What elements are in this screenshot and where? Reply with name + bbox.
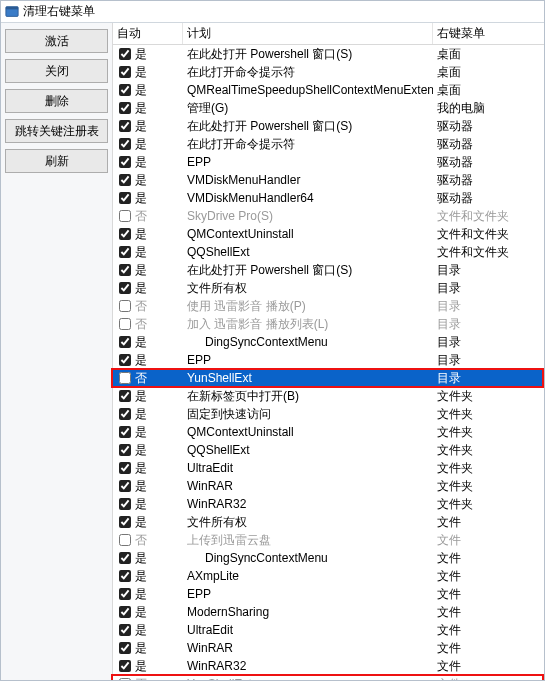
plan-label: SkyDrive Pro(S) xyxy=(187,209,273,223)
table-row[interactable]: 是UltraEdit文件夹 xyxy=(113,459,544,477)
table-row[interactable]: 是文件所有权目录 xyxy=(113,279,544,297)
table-row[interactable]: 否加入 迅雷影音 播放列表(L)目录 xyxy=(113,315,544,333)
plan-label: 在新标签页中打开(B) xyxy=(187,388,299,405)
col-header-plan[interactable]: 计划 xyxy=(183,23,433,44)
cell-auto: 是 xyxy=(113,387,183,405)
row-checkbox[interactable] xyxy=(119,660,131,672)
refresh-button[interactable]: 刷新 xyxy=(5,149,108,173)
row-checkbox[interactable] xyxy=(119,426,131,438)
cell-auto: 是 xyxy=(113,513,183,531)
row-checkbox[interactable] xyxy=(119,534,131,546)
menu-label: 文件 xyxy=(437,514,461,531)
menu-label: 桌面 xyxy=(437,46,461,63)
row-checkbox[interactable] xyxy=(119,462,131,474)
row-checkbox[interactable] xyxy=(119,552,131,564)
row-checkbox[interactable] xyxy=(119,372,131,384)
table-row[interactable]: 是EPP目录 xyxy=(113,351,544,369)
row-checkbox[interactable] xyxy=(119,390,131,402)
delete-button[interactable]: 删除 xyxy=(5,89,108,113)
row-checkbox[interactable] xyxy=(119,174,131,186)
row-checkbox[interactable] xyxy=(119,246,131,258)
cell-plan: DingSyncContextMenu xyxy=(183,333,433,351)
col-header-menu[interactable]: 右键菜单 xyxy=(433,23,544,44)
table-row[interactable]: 否使用 迅雷影音 播放(P)目录 xyxy=(113,297,544,315)
row-checkbox[interactable] xyxy=(119,336,131,348)
table-row[interactable]: 是EPP驱动器 xyxy=(113,153,544,171)
table-row[interactable]: 是VMDiskMenuHandler64驱动器 xyxy=(113,189,544,207)
cell-plan: UltraEdit xyxy=(183,459,433,477)
list-rows[interactable]: 是在此处打开 Powershell 窗口(S)桌面是在此打开命令提示符桌面是QM… xyxy=(113,45,544,680)
auto-label: 否 xyxy=(135,532,147,549)
cell-plan: QMContextUninstall xyxy=(183,225,433,243)
table-row[interactable]: 是在此处打开 Powershell 窗口(S)目录 xyxy=(113,261,544,279)
plan-label: QMContextUninstall xyxy=(187,227,294,241)
table-row[interactable]: 是EPP文件 xyxy=(113,585,544,603)
cell-auto: 是 xyxy=(113,225,183,243)
row-checkbox[interactable] xyxy=(119,606,131,618)
table-row[interactable]: 是DingSyncContextMenu目录 xyxy=(113,333,544,351)
table-row[interactable]: 是DingSyncContextMenu文件 xyxy=(113,549,544,567)
row-checkbox[interactable] xyxy=(119,318,131,330)
row-checkbox[interactable] xyxy=(119,210,131,222)
table-row[interactable]: 是QQShellExt文件和文件夹 xyxy=(113,243,544,261)
table-row[interactable]: 是AXmpLite文件 xyxy=(113,567,544,585)
table-row[interactable]: 是QMContextUninstall文件夹 xyxy=(113,423,544,441)
row-checkbox[interactable] xyxy=(119,48,131,60)
table-row[interactable]: 是管理(G)我的电脑 xyxy=(113,99,544,117)
app-window: 清理右键菜单 激活 关闭 删除 跳转关键注册表 刷新 自动 计划 右键菜单 是在… xyxy=(0,0,545,681)
row-checkbox[interactable] xyxy=(119,282,131,294)
table-row[interactable]: 是WinRAR32文件夹 xyxy=(113,495,544,513)
row-checkbox[interactable] xyxy=(119,84,131,96)
table-row[interactable]: 是固定到快速访问文件夹 xyxy=(113,405,544,423)
row-checkbox[interactable] xyxy=(119,66,131,78)
row-checkbox[interactable] xyxy=(119,192,131,204)
cell-plan: 固定到快速访问 xyxy=(183,405,433,423)
row-checkbox[interactable] xyxy=(119,228,131,240)
row-checkbox[interactable] xyxy=(119,102,131,114)
menu-label: 文件和文件夹 xyxy=(437,226,509,243)
table-row[interactable]: 否SkyDrive Pro(S)文件和文件夹 xyxy=(113,207,544,225)
table-row[interactable]: 是在此处打开 Powershell 窗口(S)桌面 xyxy=(113,45,544,63)
cell-plan: SkyDrive Pro(S) xyxy=(183,207,433,225)
table-row[interactable]: 是WinRAR32文件 xyxy=(113,657,544,675)
table-row[interactable]: 是文件所有权文件 xyxy=(113,513,544,531)
table-row[interactable]: 是在新标签页中打开(B)文件夹 xyxy=(113,387,544,405)
row-checkbox[interactable] xyxy=(119,624,131,636)
row-checkbox[interactable] xyxy=(119,444,131,456)
table-row[interactable]: 是ModernSharing文件 xyxy=(113,603,544,621)
table-row[interactable]: 是在此打开命令提示符桌面 xyxy=(113,63,544,81)
row-checkbox[interactable] xyxy=(119,354,131,366)
auto-label: 是 xyxy=(135,190,147,207)
row-checkbox[interactable] xyxy=(119,588,131,600)
table-row[interactable]: 是QQShellExt文件夹 xyxy=(113,441,544,459)
row-checkbox[interactable] xyxy=(119,516,131,528)
menu-label: 文件 xyxy=(437,550,461,567)
table-row[interactable]: 是在此打开命令提示符驱动器 xyxy=(113,135,544,153)
row-checkbox[interactable] xyxy=(119,642,131,654)
col-header-auto[interactable]: 自动 xyxy=(113,23,183,44)
table-row[interactable]: 是VMDiskMenuHandler驱动器 xyxy=(113,171,544,189)
row-checkbox[interactable] xyxy=(119,678,131,680)
row-checkbox[interactable] xyxy=(119,408,131,420)
table-row[interactable]: 是WinRAR文件 xyxy=(113,639,544,657)
row-checkbox[interactable] xyxy=(119,480,131,492)
row-checkbox[interactable] xyxy=(119,498,131,510)
table-row[interactable]: 是WinRAR文件夹 xyxy=(113,477,544,495)
activate-button[interactable]: 激活 xyxy=(5,29,108,53)
table-row[interactable]: 是在此处打开 Powershell 窗口(S)驱动器 xyxy=(113,117,544,135)
table-row[interactable]: 是QMRealTimeSpeedupShellContextMenuExtens… xyxy=(113,81,544,99)
table-row[interactable]: 是QMContextUninstall文件和文件夹 xyxy=(113,225,544,243)
row-checkbox[interactable] xyxy=(119,570,131,582)
cell-auto: 是 xyxy=(113,351,183,369)
close-button[interactable]: 关闭 xyxy=(5,59,108,83)
table-row[interactable]: 是UltraEdit文件 xyxy=(113,621,544,639)
row-checkbox[interactable] xyxy=(119,120,131,132)
row-checkbox[interactable] xyxy=(119,156,131,168)
table-row[interactable]: 否YunShellExt文件 xyxy=(113,675,544,680)
table-row[interactable]: 否YunShellExt目录 xyxy=(113,369,544,387)
row-checkbox[interactable] xyxy=(119,138,131,150)
row-checkbox[interactable] xyxy=(119,300,131,312)
row-checkbox[interactable] xyxy=(119,264,131,276)
table-row[interactable]: 否上传到迅雷云盘文件 xyxy=(113,531,544,549)
jump-registry-button[interactable]: 跳转关键注册表 xyxy=(5,119,108,143)
